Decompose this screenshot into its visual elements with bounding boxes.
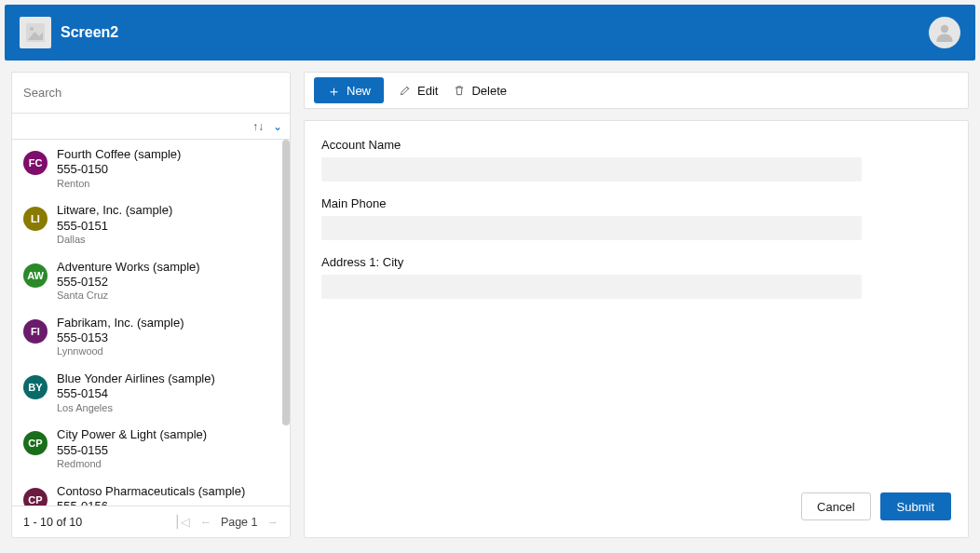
item-name: City Power & Light (sample) — [57, 427, 207, 442]
delete-button-label: Delete — [471, 84, 507, 98]
image-placeholder-icon — [24, 21, 47, 44]
field-label: Main Phone — [321, 196, 951, 210]
avatar-badge: CP — [23, 488, 48, 506]
trash-icon — [453, 84, 466, 97]
item-phone: 555-0154 — [57, 386, 215, 401]
field-input[interactable] — [321, 275, 862, 299]
toolbar: ＋ New Edit Delete — [304, 72, 969, 109]
avatar-badge: CP — [23, 431, 48, 455]
item-name: Fabrikam, Inc. (sample) — [57, 316, 184, 330]
sort-icon[interactable]: ↑↓ — [252, 120, 264, 133]
item-phone: 555-0155 — [57, 443, 207, 458]
list-item[interactable]: FIFabrikam, Inc. (sample)555-0153Lynnwoo… — [12, 308, 290, 364]
item-phone: 555-0153 — [57, 330, 184, 345]
avatar-badge: LI — [23, 207, 48, 231]
svg-point-1 — [30, 27, 34, 31]
item-name: Fourth Coffee (sample) — [57, 147, 181, 162]
delete-button[interactable]: Delete — [453, 84, 507, 98]
item-name: Adventure Works (sample) — [57, 260, 200, 275]
new-button-label: New — [347, 84, 371, 98]
avatar-badge: FI — [23, 319, 48, 344]
item-phone: 555-0152 — [57, 275, 200, 290]
item-city: Renton — [57, 178, 181, 191]
field-input[interactable] — [321, 157, 862, 182]
field-label: Account Name — [321, 138, 951, 152]
avatar-badge: FC — [23, 151, 48, 175]
new-button[interactable]: ＋ New — [314, 77, 384, 103]
edit-button[interactable]: Edit — [399, 84, 438, 98]
record-list: FCFourth Coffee (sample)555-0150RentonLI… — [12, 140, 290, 506]
item-city: Santa Cruz — [57, 290, 200, 303]
item-city: Dallas — [57, 234, 172, 247]
submit-button[interactable]: Submit — [880, 492, 951, 520]
field-input[interactable] — [321, 216, 862, 240]
item-name: Contoso Pharmaceuticals (sample) — [57, 484, 245, 499]
avatar-badge: BY — [23, 375, 48, 399]
svg-point-2 — [941, 25, 948, 33]
item-name: Litware, Inc. (sample) — [57, 203, 172, 218]
list-item[interactable]: AWAdventure Works (sample)555-0152Santa … — [12, 252, 290, 308]
avatar-badge: AW — [23, 263, 48, 288]
pager-range: 1 - 10 of 10 — [23, 516, 82, 529]
chevron-down-icon[interactable]: ⌄ — [273, 120, 282, 133]
app-header: Screen2 — [5, 5, 975, 61]
list-item[interactable]: CPContoso Pharmaceuticals (sample)555-01… — [12, 477, 290, 506]
scrollbar[interactable] — [282, 140, 290, 425]
item-phone: 555-0150 — [57, 162, 181, 177]
list-item[interactable]: BYBlue Yonder Airlines (sample)555-0154L… — [12, 364, 290, 420]
item-city: Redmond — [57, 458, 207, 471]
field-label: Address 1: City — [321, 255, 951, 269]
form-panel: Account NameMain PhoneAddress 1: City Ca… — [304, 120, 969, 538]
page-title: Screen2 — [61, 24, 118, 41]
user-avatar[interactable] — [929, 17, 960, 48]
pager-next-icon[interactable]: → — [267, 516, 279, 529]
item-city: Lynnwood — [57, 345, 184, 358]
edit-button-label: Edit — [417, 84, 438, 98]
item-phone: 555-0156 — [57, 499, 245, 506]
sort-row: ↑↓ ⌄ — [12, 114, 290, 140]
pencil-icon — [399, 84, 412, 97]
person-icon — [933, 21, 956, 44]
item-phone: 555-0151 — [57, 219, 172, 234]
list-panel: ↑↓ ⌄ FCFourth Coffee (sample)555-0150Ren… — [11, 72, 291, 538]
pager-prev-icon[interactable]: ← — [199, 516, 211, 529]
plus-icon: ＋ — [327, 84, 341, 98]
list-item[interactable]: FCFourth Coffee (sample)555-0150Renton — [12, 140, 290, 196]
item-city: Los Angeles — [57, 402, 215, 415]
item-name: Blue Yonder Airlines (sample) — [57, 371, 215, 386]
list-item[interactable]: CPCity Power & Light (sample)555-0155Red… — [12, 420, 290, 476]
search-input[interactable] — [12, 73, 290, 113]
app-logo — [20, 17, 51, 48]
pager-first-icon[interactable]: ⎮◁ — [174, 515, 190, 529]
cancel-button[interactable]: Cancel — [801, 492, 870, 520]
list-item[interactable]: LILitware, Inc. (sample)555-0151Dallas — [12, 196, 290, 251]
pager: 1 - 10 of 10 ⎮◁ ← Page 1 → — [12, 506, 290, 537]
pager-page-label: Page 1 — [221, 516, 258, 529]
